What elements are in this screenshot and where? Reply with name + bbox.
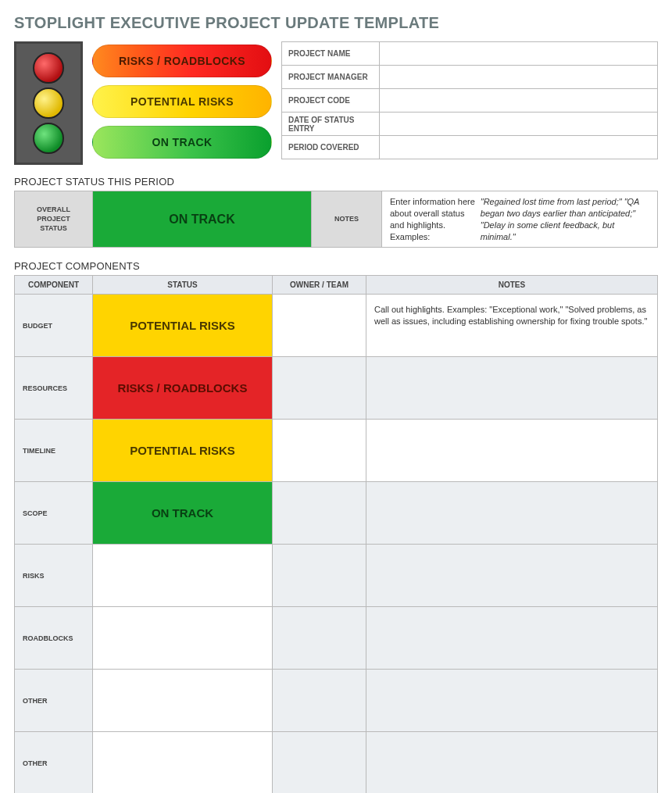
table-row: ROADBLOCKS [15, 607, 658, 670]
component-label: BUDGET [15, 295, 93, 357]
legend-yellow: POTENTIAL RISKS [92, 85, 272, 118]
component-notes[interactable] [366, 482, 658, 545]
component-status[interactable] [93, 670, 273, 732]
component-status[interactable] [93, 732, 273, 793]
component-label: TIMELINE [15, 420, 93, 482]
component-status[interactable]: ON TRACK [93, 482, 273, 545]
meta-label: PROJECT NAME [282, 42, 380, 66]
component-label: SCOPE [15, 482, 93, 545]
legend-column: RISKS / ROADBLOCKS POTENTIAL RISKS ON TR… [92, 41, 272, 159]
component-status[interactable] [93, 545, 273, 607]
stoplight-icon [14, 41, 83, 165]
table-row: OTHER [15, 732, 658, 793]
legend-red: RISKS / ROADBLOCKS [92, 45, 272, 77]
stoplight-green-light-icon [33, 123, 64, 154]
overall-notes-cell[interactable]: Enter information here about overall sta… [382, 191, 657, 247]
component-owner[interactable] [273, 732, 366, 793]
meta-row: DATE OF STATUS ENTRY [282, 113, 658, 136]
project-meta-table: PROJECT NAMEPROJECT MANAGERPROJECT CODED… [281, 41, 658, 159]
overall-notes-examples: "Regained lost time from last period;" "… [481, 196, 649, 242]
components-section-heading: PROJECT COMPONENTS [14, 260, 658, 272]
component-owner[interactable] [273, 295, 366, 357]
component-owner[interactable] [273, 420, 366, 482]
meta-row: PROJECT MANAGER [282, 66, 658, 89]
components-column-header: STATUS [93, 276, 273, 295]
meta-label: PROJECT MANAGER [282, 66, 380, 89]
stoplight-yellow-light-icon [33, 88, 64, 119]
table-row: RESOURCESRISKS / ROADBLOCKS [15, 357, 658, 420]
table-row: RISKS [15, 545, 658, 607]
component-owner[interactable] [273, 545, 366, 607]
component-notes[interactable] [366, 732, 658, 793]
overall-status-label: OVERALL PROJECT STATUS [15, 191, 93, 247]
component-owner[interactable] [273, 482, 366, 545]
table-row: TIMELINEPOTENTIAL RISKS [15, 420, 658, 482]
meta-label: PROJECT CODE [282, 89, 380, 113]
table-row: OTHER [15, 670, 658, 732]
meta-value[interactable] [380, 113, 658, 136]
component-notes[interactable] [366, 420, 658, 482]
component-status[interactable]: POTENTIAL RISKS [93, 295, 273, 357]
meta-row: PROJECT CODE [282, 89, 658, 113]
component-owner[interactable] [273, 607, 366, 670]
component-notes[interactable] [366, 607, 658, 670]
meta-value[interactable] [380, 89, 658, 113]
legend-green: ON TRACK [92, 126, 272, 159]
meta-label: PERIOD COVERED [282, 136, 380, 159]
component-label: RISKS [15, 545, 93, 607]
overall-status-row: OVERALL PROJECT STATUS ON TRACK NOTES En… [14, 191, 658, 248]
component-notes[interactable] [366, 545, 658, 607]
component-notes[interactable]: Call out highlights. Examples: "Exceptio… [366, 295, 658, 357]
components-table: COMPONENTSTATUSOWNER / TEAMNOTES BUDGETP… [14, 275, 658, 793]
notes-label: NOTES [312, 191, 382, 247]
table-row: SCOPEON TRACK [15, 482, 658, 545]
table-row: BUDGETPOTENTIAL RISKSCall out highlights… [15, 295, 658, 357]
component-notes[interactable] [366, 670, 658, 732]
component-label: ROADBLOCKS [15, 607, 93, 670]
meta-row: PERIOD COVERED [282, 136, 658, 159]
component-label: OTHER [15, 732, 93, 793]
component-owner[interactable] [273, 670, 366, 732]
meta-row: PROJECT NAME [282, 42, 658, 66]
meta-value[interactable] [380, 66, 658, 89]
component-notes[interactable] [366, 357, 658, 420]
stoplight-red-light-icon [33, 52, 64, 84]
component-label: OTHER [15, 670, 93, 732]
overall-notes-intro: Enter information here about overall sta… [390, 196, 481, 242]
meta-label: DATE OF STATUS ENTRY [282, 113, 380, 136]
overall-status-value[interactable]: ON TRACK [93, 191, 312, 247]
page-title: STOPLIGHT EXECUTIVE PROJECT UPDATE TEMPL… [14, 14, 658, 32]
components-column-header: NOTES [366, 276, 658, 295]
components-column-header: COMPONENT [15, 276, 93, 295]
component-label: RESOURCES [15, 357, 93, 420]
meta-value[interactable] [380, 136, 658, 159]
meta-value[interactable] [380, 42, 658, 66]
component-status[interactable]: POTENTIAL RISKS [93, 420, 273, 482]
component-status[interactable]: RISKS / ROADBLOCKS [93, 357, 273, 420]
component-status[interactable] [93, 607, 273, 670]
status-section-heading: PROJECT STATUS THIS PERIOD [14, 176, 658, 188]
top-row: RISKS / ROADBLOCKS POTENTIAL RISKS ON TR… [14, 41, 658, 165]
components-column-header: OWNER / TEAM [273, 276, 366, 295]
component-owner[interactable] [273, 357, 366, 420]
